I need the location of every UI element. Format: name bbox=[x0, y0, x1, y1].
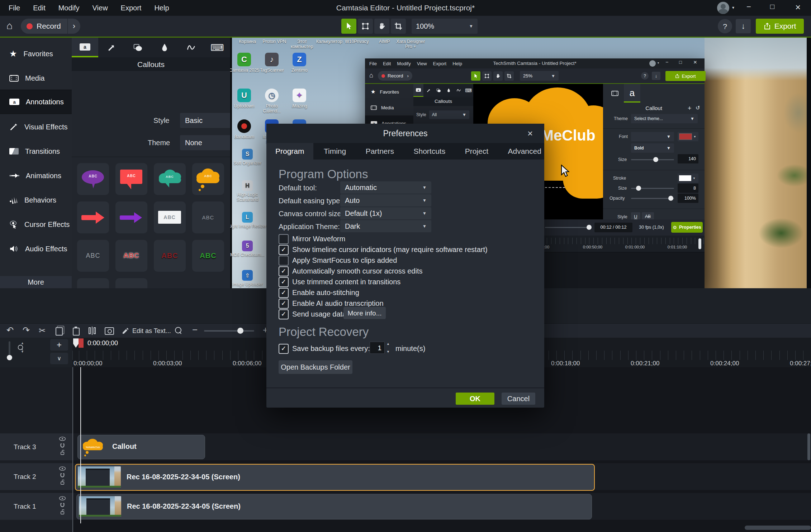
checkbox-ai-transcription[interactable]: ✓ bbox=[279, 299, 289, 309]
inner-theme-select[interactable]: Select theme... ▼ bbox=[631, 114, 698, 123]
inner-size-value[interactable]: 140 bbox=[678, 154, 698, 163]
inner-sidebar-item-media[interactable]: Media bbox=[365, 100, 413, 115]
reset-icon[interactable]: ↺ bbox=[696, 105, 700, 111]
desktop-label[interactable]: Калькулятор bbox=[314, 39, 345, 44]
inner-stroke-color-swatch[interactable]: ▼ bbox=[678, 174, 698, 183]
cut-button[interactable]: ✂ bbox=[39, 326, 46, 336]
sidebar-more-button[interactable]: More bbox=[0, 276, 72, 288]
tab-keystrokes[interactable]: ⌨ bbox=[204, 38, 230, 57]
inner-close-button[interactable]: × bbox=[693, 59, 697, 66]
canvas-control-size-select[interactable]: Default (1x)▼ bbox=[340, 207, 431, 219]
inner-menu-view[interactable]: View bbox=[417, 61, 427, 66]
ok-button[interactable]: OK bbox=[456, 393, 494, 405]
collapse-tracks-button[interactable]: ∨ bbox=[50, 353, 68, 364]
timeline-clip-screen-1[interactable]: Rec 16-08-2025-22-34-05 (Screen) bbox=[76, 494, 592, 519]
add-track-button[interactable]: + bbox=[50, 339, 68, 351]
callout-text-green[interactable]: ABC bbox=[192, 240, 224, 272]
desktop-icon[interactable]: 5MD5 Checksum... bbox=[230, 241, 267, 257]
tab-advanced[interactable]: Advanced bbox=[499, 143, 550, 160]
select-tool[interactable] bbox=[341, 19, 356, 34]
menu-view[interactable]: View bbox=[93, 4, 108, 12]
track-height-slider[interactable] bbox=[9, 341, 10, 358]
avatar-caret-icon[interactable]: ▾ bbox=[732, 5, 734, 10]
callout-arrow-red[interactable] bbox=[77, 201, 109, 233]
inner-stroke-size-slider[interactable] bbox=[631, 188, 674, 189]
stepper-down-icon[interactable]: ▼ bbox=[386, 350, 390, 353]
default-tool-select[interactable]: Automatic▼ bbox=[340, 181, 431, 194]
inner-crop-tool[interactable] bbox=[504, 71, 514, 81]
backup-minutes-stepper[interactable]: ▲ ▼ bbox=[386, 342, 392, 354]
sidebar-item-annotations[interactable]: a Annotations bbox=[0, 90, 72, 114]
inner-stroke-size-value[interactable]: 8 bbox=[678, 184, 698, 193]
download-button[interactable]: ↓ bbox=[736, 19, 751, 33]
record-button[interactable]: Record › bbox=[21, 19, 80, 34]
timeline-zoom-slider[interactable] bbox=[204, 330, 254, 332]
inner-font-select[interactable]: ▼ bbox=[631, 132, 674, 141]
track-magnet-icon[interactable] bbox=[59, 473, 66, 478]
desktop-label[interactable]: Этот компьютер bbox=[286, 39, 317, 49]
inner-menu-export[interactable]: Export bbox=[433, 61, 447, 66]
callout-text-gray[interactable]: ABC bbox=[77, 240, 109, 272]
inner-style-select[interactable]: All ▼ bbox=[429, 110, 469, 119]
inner-minimize-button[interactable]: − bbox=[665, 59, 668, 65]
sidebar-item-audio-effects[interactable]: Audio Effects bbox=[0, 237, 72, 260]
inner-record-button[interactable]: Record › bbox=[378, 71, 412, 81]
desktop-icon[interactable]: SSoft Organizer bbox=[230, 149, 267, 166]
sidebar-item-favorites[interactable]: ★ Favorites bbox=[0, 42, 72, 65]
track-magnet-icon[interactable] bbox=[59, 503, 66, 508]
tab-callouts[interactable]: a bbox=[72, 38, 98, 57]
checkbox-send-usage-data[interactable]: ✓ bbox=[279, 309, 289, 319]
backup-minutes-input[interactable]: 1 bbox=[370, 342, 385, 354]
inner-help-button[interactable]: ? bbox=[641, 72, 649, 80]
desktop-icon[interactable]: HHigh-Logic Scanahand bbox=[230, 180, 267, 202]
export-button[interactable]: Export bbox=[756, 19, 804, 34]
menu-export[interactable]: Export bbox=[121, 4, 142, 12]
track-magnet-icon[interactable] bbox=[59, 443, 66, 448]
tab-sketch[interactable] bbox=[178, 38, 204, 57]
more-info-button[interactable]: More info... bbox=[343, 307, 386, 319]
tab-arrows[interactable] bbox=[98, 38, 125, 57]
camera-button[interactable] bbox=[105, 327, 114, 335]
inner-tab-callouts[interactable]: a bbox=[413, 84, 423, 97]
tab-shapes[interactable] bbox=[125, 38, 151, 57]
track-lock-icon[interactable] bbox=[59, 450, 66, 455]
checkbox-timeline-cursor-indicators[interactable]: ✓ bbox=[279, 245, 289, 255]
desktop-icon[interactable]: ✦iMazing bbox=[284, 89, 315, 109]
redo-button[interactable]: ↷ bbox=[23, 325, 30, 335]
edit-as-text-button[interactable]: Edit as Text... bbox=[122, 325, 171, 337]
backup-checkbox[interactable]: ✓ bbox=[279, 344, 289, 354]
copy-button[interactable] bbox=[56, 327, 63, 336]
callout-text-dark-red[interactable]: ABC bbox=[154, 240, 186, 272]
callout-text-red-glow[interactable]: ABC bbox=[115, 240, 147, 272]
record-chevron-icon[interactable]: › bbox=[68, 22, 80, 31]
inner-avatar[interactable] bbox=[649, 60, 656, 67]
desktop-icon[interactable]: Bandicam bbox=[230, 119, 260, 139]
desktop-icon[interactable]: ZZentimo bbox=[284, 53, 315, 73]
sidebar-item-animations[interactable]: Animations bbox=[0, 164, 72, 187]
default-easing-select[interactable]: Auto▼ bbox=[340, 194, 431, 206]
pan-tool[interactable] bbox=[374, 19, 389, 34]
close-button[interactable]: × bbox=[795, 2, 801, 13]
desktop-icon[interactable]: ♪TagScanner bbox=[256, 53, 287, 73]
minimize-button[interactable]: − bbox=[746, 2, 751, 11]
inner-opacity-value[interactable]: 100% bbox=[678, 194, 698, 203]
inner-menu-file[interactable]: File bbox=[369, 61, 377, 66]
inner-media-tab[interactable] bbox=[608, 87, 622, 99]
inner-download-button[interactable]: ↓ bbox=[652, 72, 660, 80]
inner-avatar-caret-icon[interactable]: ▾ bbox=[658, 61, 659, 65]
track-visibility-icon[interactable] bbox=[59, 496, 66, 501]
desktop-label[interactable]: Xara Designer Pro + bbox=[395, 39, 426, 49]
avatar[interactable] bbox=[717, 2, 729, 14]
menu-edit[interactable]: Edit bbox=[33, 4, 45, 12]
track-lock-icon[interactable] bbox=[59, 509, 66, 514]
zoom-to-fit-icon[interactable]: ▲ ▼ bbox=[17, 344, 24, 351]
canvas-zoom-select[interactable]: 100% ▼ bbox=[412, 19, 478, 34]
inner-maximize-button[interactable]: □ bbox=[679, 60, 682, 65]
cancel-button[interactable]: Cancel bbox=[502, 393, 535, 405]
playhead-line[interactable] bbox=[80, 367, 81, 523]
callout-text-box[interactable]: ABC bbox=[154, 201, 186, 233]
callout-arrow-purple[interactable] bbox=[115, 201, 147, 233]
open-backups-button[interactable]: Open Backups Folder bbox=[279, 360, 352, 374]
inner-text-tab[interactable]: a bbox=[624, 84, 640, 103]
playhead-marker[interactable] bbox=[73, 338, 79, 348]
